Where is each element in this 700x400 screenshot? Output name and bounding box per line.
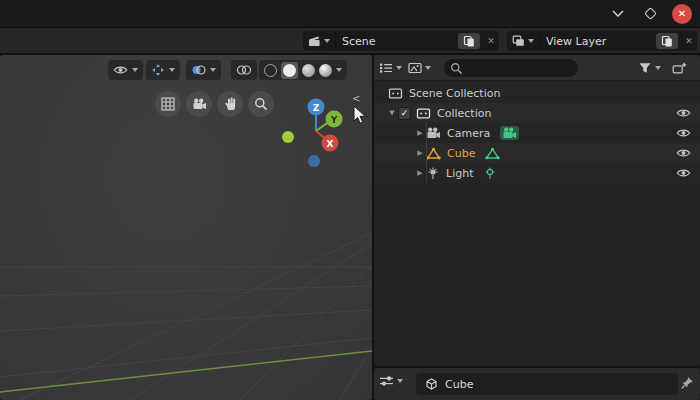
light-data-icon[interactable] bbox=[483, 167, 497, 180]
outliner-row-camera[interactable]: ▶ Camera bbox=[374, 123, 700, 143]
chevron-down-icon bbox=[528, 39, 534, 43]
filter-dropdown[interactable] bbox=[638, 58, 661, 78]
mesh-object-icon bbox=[426, 147, 441, 160]
chevron-down-icon bbox=[612, 10, 624, 17]
view-layer-selector[interactable]: View Layer ✕ bbox=[507, 31, 697, 51]
region-collapse-arrow[interactable]: < bbox=[352, 93, 360, 104]
show-overlays-dropdown[interactable] bbox=[186, 60, 221, 80]
check-icon: ✓ bbox=[401, 109, 409, 118]
pin-icon[interactable] bbox=[680, 376, 694, 390]
outliner-item-label[interactable]: Cube bbox=[447, 147, 475, 160]
gizmo-y-label[interactable]: Y bbox=[330, 115, 338, 125]
disclosure-right-icon[interactable]: ▶ bbox=[414, 169, 426, 177]
chevron-down-icon bbox=[210, 68, 216, 72]
view-layer-browse-button[interactable] bbox=[507, 31, 540, 51]
search-icon bbox=[450, 62, 463, 75]
light-object-icon bbox=[426, 167, 440, 180]
view-layer-copy-button[interactable] bbox=[656, 33, 678, 49]
scene-name[interactable]: Scene bbox=[336, 35, 458, 48]
properties-editor-header: Cube bbox=[374, 368, 700, 400]
collection-icon bbox=[416, 107, 431, 119]
mesh-data-icon[interactable] bbox=[485, 147, 500, 160]
outliner-row-scene-collection[interactable]: Scene Collection bbox=[374, 83, 700, 103]
show-gizmo-dropdown[interactable] bbox=[146, 60, 180, 80]
window-maximize-button[interactable] bbox=[640, 4, 660, 24]
view-layer-name[interactable]: View Layer bbox=[540, 35, 656, 48]
collection-checkbox[interactable]: ✓ bbox=[398, 107, 411, 120]
view-layer-remove-button[interactable]: ✕ bbox=[681, 36, 697, 46]
grid-icon bbox=[161, 97, 175, 111]
outliner-item-label[interactable]: Scene Collection bbox=[409, 87, 500, 100]
magnifier-icon bbox=[254, 97, 268, 111]
solid-sphere-icon bbox=[283, 64, 296, 77]
zoom-view-button[interactable] bbox=[248, 91, 274, 117]
window-close-button[interactable]: ✕ bbox=[672, 4, 692, 24]
scene-copy-button[interactable] bbox=[458, 33, 480, 49]
viewport-3d[interactable]: Z Y X < bbox=[0, 55, 372, 400]
gizmo-x-label[interactable]: X bbox=[327, 139, 334, 149]
rendered-sphere-icon bbox=[319, 64, 332, 77]
properties-breadcrumb[interactable]: Cube bbox=[416, 373, 678, 395]
gizmo-icon bbox=[151, 63, 165, 77]
properties-icon bbox=[379, 375, 394, 387]
properties-editor-type-dropdown[interactable] bbox=[379, 375, 403, 387]
overlays-icon bbox=[191, 64, 206, 76]
gizmo-z-label[interactable]: Z bbox=[313, 103, 320, 113]
new-collection-button[interactable] bbox=[672, 58, 687, 78]
scene-browse-button[interactable] bbox=[303, 31, 336, 51]
disclosure-right-icon[interactable]: ▶ bbox=[414, 129, 426, 137]
chevron-down-icon bbox=[396, 66, 402, 70]
chevron-down-icon bbox=[336, 68, 342, 72]
shading-material-button[interactable] bbox=[302, 64, 315, 77]
camera-object-icon bbox=[426, 127, 441, 139]
shading-rendered-button[interactable] bbox=[319, 64, 332, 77]
breadcrumb-label: Cube bbox=[445, 378, 473, 391]
window-minimize-button[interactable] bbox=[608, 4, 628, 24]
display-mode-icon bbox=[408, 62, 422, 74]
outliner-item-label[interactable]: Camera bbox=[447, 127, 490, 140]
scene-unlink-button[interactable]: ✕ bbox=[483, 36, 499, 46]
camera-view-button[interactable] bbox=[186, 91, 212, 117]
shading-mode-group bbox=[259, 60, 347, 80]
editor-type-dropdown[interactable] bbox=[379, 58, 402, 78]
hand-icon bbox=[224, 97, 237, 111]
outliner-icon bbox=[379, 62, 393, 74]
funnel-icon bbox=[638, 62, 652, 74]
outliner-row-light[interactable]: ▶ Light bbox=[374, 163, 700, 183]
blender-window: ✕ Scene ✕ View Layer ✕ bbox=[0, 0, 700, 400]
view-object-types-dropdown[interactable] bbox=[108, 60, 143, 80]
scene-icon bbox=[308, 35, 321, 47]
disclosure-right-icon[interactable]: ▶ bbox=[414, 149, 426, 157]
scene-selector[interactable]: Scene ✕ bbox=[303, 31, 499, 51]
outliner-row-cube[interactable]: ▶ Cube bbox=[374, 143, 700, 163]
right-panel-column: Scene Collection ▼ ✓ Collection ▶ Camera bbox=[374, 55, 700, 400]
disclosure-down-icon[interactable]: ▼ bbox=[386, 109, 398, 117]
shading-solid-button[interactable] bbox=[281, 62, 298, 79]
outliner-item-label[interactable]: Light bbox=[446, 167, 473, 180]
pan-view-button[interactable] bbox=[217, 91, 243, 117]
chevron-down-icon bbox=[397, 379, 403, 383]
chevron-down-icon bbox=[324, 39, 330, 43]
outliner-editor: Scene Collection ▼ ✓ Collection ▶ Camera bbox=[374, 55, 700, 366]
navigation-gizmo[interactable]: Z Y X bbox=[280, 95, 352, 171]
shading-wireframe-button[interactable] bbox=[264, 64, 277, 77]
visibility-eye-icon[interactable] bbox=[676, 168, 691, 178]
hierarchy-line bbox=[426, 123, 427, 183]
toggle-perspective-button[interactable] bbox=[155, 91, 181, 117]
visibility-eye-icon[interactable] bbox=[676, 128, 691, 138]
camera-data-icon[interactable] bbox=[500, 126, 519, 140]
visibility-eye-icon[interactable] bbox=[676, 148, 691, 158]
new-collection-icon bbox=[672, 62, 687, 74]
outliner-search[interactable] bbox=[444, 59, 578, 77]
search-input[interactable] bbox=[467, 62, 572, 75]
duplicate-icon bbox=[661, 35, 673, 47]
visibility-eye-icon[interactable] bbox=[676, 108, 691, 118]
outliner-item-label[interactable]: Collection bbox=[437, 107, 491, 120]
display-mode-dropdown[interactable] bbox=[408, 58, 431, 78]
eye-icon bbox=[113, 65, 128, 75]
xray-toggle[interactable] bbox=[231, 60, 257, 80]
outliner-row-collection[interactable]: ▼ ✓ Collection bbox=[374, 103, 700, 123]
view-layer-icon bbox=[512, 35, 525, 47]
chevron-down-icon bbox=[425, 66, 431, 70]
object-cube-icon bbox=[424, 377, 439, 391]
